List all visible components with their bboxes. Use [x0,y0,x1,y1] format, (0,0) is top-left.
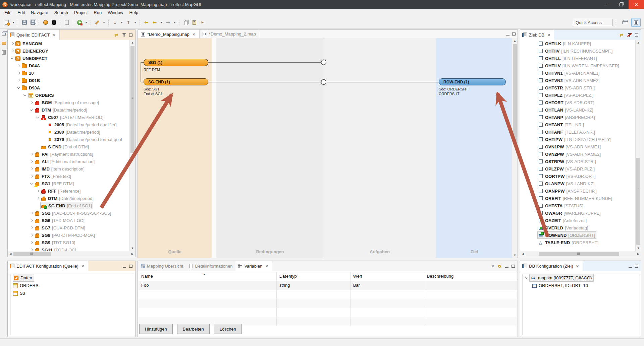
save-as-button[interactable] [63,19,70,26]
target-tree-hscrollbar[interactable]: ◀ ▶ [520,251,641,257]
node-sg-end[interactable]: SG-END (1) [144,78,208,85]
maximize-icon[interactable] [129,265,132,268]
save-all-button[interactable] [29,19,37,26]
node-sg1[interactable]: SG1 (1) [144,59,208,66]
link-editor-icon[interactable]: ⇄ [114,32,119,38]
tree-item-sg7[interactable]: SG7[CUX-PCD-DTM] [8,224,130,231]
expander-icon[interactable] [35,195,41,202]
tree-item-dtm[interactable]: DTM[Date/time/period] [8,106,130,114]
tree-item-10[interactable]: 10 [8,69,130,77]
tree-item-oortpw[interactable]: OORTPW[VS-ADR.ORT] [520,172,636,180]
menu-file[interactable]: File [1,9,14,16]
highlight-pencil-button[interactable] [94,19,101,26]
scroll-up-icon[interactable]: ▲ [130,40,135,45]
tab-detailinformationen[interactable]: Detailinformationen [186,261,235,271]
tab-quelle-edifact[interactable]: Quelle: EDIFACT × [8,30,60,40]
menu-search[interactable]: Search [51,9,71,16]
table-empty-row[interactable] [139,308,517,317]
back-yellow-button[interactable]: ← [143,19,150,26]
tree-item-dtm[interactable]: DTM[Date/time/period] [8,195,130,202]
table-empty-row[interactable] [139,290,517,299]
scrollbar-thumb[interactable]: ≡ [636,158,640,245]
expander-icon[interactable] [524,274,530,282]
expander-icon[interactable] [29,224,34,231]
column-header-beschreibung[interactable]: Beschreibung [424,272,517,281]
tree-item-d04a[interactable]: D04A [8,62,130,69]
tree-item-sg9[interactable]: SG9[TDT-SG10] [8,239,130,246]
scrollbar-thumb[interactable] [539,252,619,256]
tree-item-row-end[interactable]: ROW-END[ORDERSHT] [520,231,636,239]
open-perspective-button[interactable] [620,18,629,26]
tree-item-sg1[interactable]: SG1[RFF-DTM] [8,180,130,187]
ieffect-ball-button[interactable] [42,19,49,26]
save-button[interactable] [21,19,28,26]
expander-icon[interactable] [35,187,41,195]
tree-item-ostrpw[interactable]: OSTRPW[VS-ADR.STR.] [520,158,636,165]
paste-button[interactable] [191,19,198,26]
dropdown-button[interactable]: ▾ [159,19,163,26]
close-icon[interactable]: × [575,264,580,269]
tree-item-2005[interactable]: 2005[Date/time/period qualifier] [8,121,130,128]
tab-demo-mapping[interactable]: *Demo_Mapping.map × [138,30,200,38]
menu-help[interactable]: Help [126,9,141,16]
tree-item-ohtant[interactable]: OHTANT[TEL-NR.] [520,121,636,128]
dropdown-button[interactable]: ▾ [133,19,137,26]
menu-navigate[interactable]: Navigate [28,9,51,16]
tree-item-ftx[interactable]: FTX[Free text] [8,172,130,180]
expander-icon[interactable] [29,209,34,217]
expander-icon[interactable] [22,91,28,99]
tab-variablen[interactable]: Variablen× [235,261,272,271]
expander-icon[interactable] [29,99,34,106]
column-header-wert[interactable]: Wert [351,272,424,281]
config-list[interactable]: DatenORDERSS3 [10,274,134,335]
tree-item-ohtanf[interactable]: OHTANF[TELEFAX-NR.] [520,128,636,136]
close-icon[interactable]: × [264,264,269,269]
close-icon[interactable]: × [52,32,57,38]
minimize-icon[interactable] [629,267,632,268]
tree-item-ohtanp[interactable]: OHTANP[ANSPRECHP.] [520,114,636,121]
expander-icon[interactable] [10,40,15,47]
expander-icon[interactable] [29,239,34,246]
tree-item-table-end[interactable]: △TABLE-END[ORDERSHT] [520,239,636,246]
tree-item-sg-end[interactable]: SG-END[End of SG1] [8,202,130,209]
restore-button[interactable] [613,0,629,9]
dropdown-button[interactable]: ▾ [11,19,15,26]
tree-item-ohtilv[interactable]: OHTILV[ILN WAREN- EMPFÄNGER] [520,62,636,69]
tree-item-oazeit[interactable]: OAZEIT[Anlieferzeit] [520,217,636,224]
tree-item-ohtsta[interactable]: OHTSTA[STATUS] [520,202,636,209]
tree-item-ohtipw[interactable]: OHTIPW[ILN DISPATCH PARTY] [520,136,636,143]
tree-item-ohtlan[interactable]: OHTLAN[VS-LAND-KZ] [520,106,636,114]
tree-item-ohtilk[interactable]: OHTILK[ILN KÄUFER] [520,40,636,47]
maximize-icon[interactable] [129,33,132,37]
console-button[interactable] [50,19,58,26]
expander-icon[interactable] [16,62,21,69]
filter-icon[interactable] [122,33,126,37]
tree-item-ali[interactable]: ALI[Additional information] [8,158,130,165]
close-icon[interactable]: × [546,32,551,38]
project-explorer-icon[interactable] [2,42,6,45]
tree-item-imd[interactable]: IMD[Item description] [8,165,130,172]
scroll-down-icon[interactable]: ▼ [636,246,641,251]
tree-item-oanppw[interactable]: OANPPW[ANSPRECHP.] [520,187,636,195]
menu-edit[interactable]: Edit [14,9,28,16]
dropdown-button[interactable]: ▾ [173,19,177,26]
tree-item-d01b[interactable]: D01B [8,77,130,84]
close-button[interactable]: ✕ [629,0,644,9]
maximize-icon[interactable] [635,33,638,37]
tree-item-2380[interactable]: 2380[Date/time/period] [8,128,130,136]
scroll-right-icon[interactable]: ▶ [636,251,641,257]
tree-item-owagr[interactable]: OWAGR[WARENGRUPPE] [520,209,636,217]
minimize-icon[interactable] [123,267,126,268]
quick-access-input[interactable]: Quick Access [573,19,612,26]
dropdown-button[interactable]: ▾ [84,19,88,26]
scroll-down-icon[interactable]: ▼ [130,246,135,251]
edit-button[interactable]: Bearbeiten [177,324,210,334]
tree-item-sg2[interactable]: SG2[NAD-LOC-FII-SG3-SG4-SG5] [8,209,130,217]
tree-item-c507[interactable]: C507[DATE/TIME/PERIOD] [8,114,130,121]
tree-item-s-end[interactable]: S-END[End of DTM] [8,143,130,150]
scrollbar-thumb[interactable] [13,252,51,256]
tab-db-konfiguration[interactable]: DB Konfiguration (Ziel) × [520,261,583,271]
table-row[interactable]: FoostringBar [139,281,517,290]
list-item-s3[interactable]: S3 [10,289,134,297]
table-empty-row[interactable] [139,299,517,308]
